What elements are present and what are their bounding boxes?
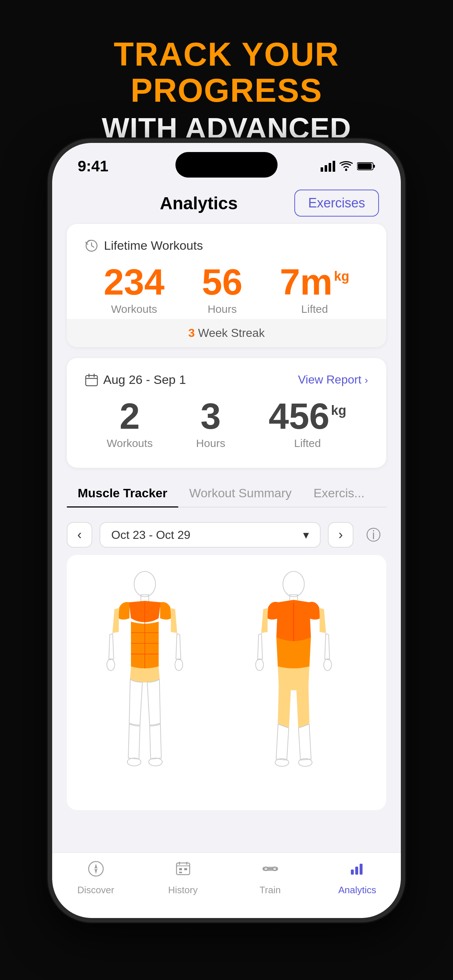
- lifted-unit: kg: [334, 269, 349, 284]
- clock-history-icon: [85, 239, 98, 252]
- lifted-label: Lifted: [280, 303, 349, 315]
- svg-point-18: [175, 659, 183, 670]
- svg-rect-44: [355, 867, 358, 875]
- svg-marker-29: [94, 864, 97, 869]
- weekly-lifted-stat: 456 kg Lifted: [269, 398, 346, 450]
- hours-value: 56: [202, 264, 242, 300]
- signal-icon: [321, 161, 335, 172]
- battery-icon: [357, 162, 375, 170]
- analytics-title: Analytics: [160, 193, 238, 213]
- svg-rect-2: [329, 163, 331, 172]
- svg-point-20: [149, 758, 162, 765]
- nav-history-label: History: [168, 885, 198, 896]
- tabs-section: Muscle Tracker Workout Summary Exercis..…: [52, 479, 401, 508]
- weekly-date: Aug 26 - Sep 1: [85, 372, 186, 387]
- lifetime-card-header: Lifetime Workouts: [85, 239, 368, 253]
- lifted-value-group: 7m kg: [280, 264, 349, 300]
- status-time: 9:41: [78, 158, 108, 175]
- nav-analytics-label: Analytics: [338, 885, 376, 896]
- svg-point-21: [283, 571, 305, 597]
- weekly-card-header: Aug 26 - Sep 1 View Report ›: [85, 372, 368, 387]
- lifetime-workouts-stat: 234 Workouts: [104, 264, 164, 315]
- svg-rect-43: [351, 870, 354, 875]
- chevron-right-icon: ›: [365, 374, 368, 386]
- lifetime-workouts-card: Lifetime Workouts 234 Workouts 56 Hours …: [67, 224, 386, 347]
- svg-rect-31: [177, 863, 190, 875]
- info-button[interactable]: ⓘ: [361, 522, 386, 547]
- next-date-button[interactable]: ›: [328, 522, 353, 547]
- weekly-workouts-value: 2: [107, 398, 152, 434]
- weekly-date-label: Aug 26 - Sep 1: [103, 372, 186, 387]
- nav-header: Analytics Exercises: [52, 179, 401, 224]
- view-report-link[interactable]: View Report ›: [298, 373, 368, 387]
- svg-rect-37: [179, 872, 182, 873]
- svg-rect-45: [360, 864, 362, 875]
- weekly-stats-row: 2 Workouts 3 Hours 456 kg Lifted: [85, 398, 368, 450]
- compass-icon: [87, 860, 105, 881]
- weekly-lifted-label: Lifted: [269, 437, 346, 450]
- body-front-svg: [86, 570, 203, 774]
- hero-line1: TRACK YOUR PROGRESS: [22, 37, 431, 109]
- bottom-nav: Discover History: [52, 853, 401, 918]
- tab-muscle-tracker[interactable]: Muscle Tracker: [67, 479, 179, 507]
- svg-point-4: [345, 169, 347, 171]
- lifetime-label: Lifetime Workouts: [104, 239, 203, 253]
- prev-date-button[interactable]: ‹: [67, 522, 92, 547]
- svg-point-19: [127, 758, 141, 765]
- weekly-card: Aug 26 - Sep 1 View Report › 2 Workouts …: [67, 358, 386, 468]
- workouts-label: Workouts: [104, 303, 164, 315]
- tab-workout-summary[interactable]: Workout Summary: [179, 479, 303, 507]
- svg-rect-36: [184, 868, 187, 870]
- week-streak-bar: 3 Week Streak: [67, 319, 386, 347]
- svg-rect-7: [358, 163, 372, 169]
- status-icons: [321, 161, 375, 172]
- tab-exercises[interactable]: Exercis...: [303, 479, 376, 507]
- weekly-lifted-group: 456 kg: [269, 398, 346, 434]
- nav-item-analytics[interactable]: Analytics: [314, 860, 401, 896]
- weekly-hours-stat: 3 Hours: [196, 398, 225, 450]
- svg-rect-1: [325, 165, 327, 172]
- nav-item-discover[interactable]: Discover: [52, 860, 139, 896]
- lifetime-lifted-stat: 7m kg Lifted: [280, 264, 349, 315]
- svg-rect-35: [179, 868, 182, 870]
- phone-frame: 9:41: [48, 138, 405, 923]
- streak-label: Week Streak: [198, 326, 265, 339]
- dynamic-island: [175, 152, 278, 178]
- tabs-row: Muscle Tracker Workout Summary Exercis..…: [67, 479, 386, 508]
- phone-screen: 9:41: [52, 143, 401, 918]
- weekly-workouts-label: Workouts: [107, 437, 152, 450]
- date-range-selector[interactable]: Oct 23 - Oct 29 ▾: [100, 522, 321, 547]
- svg-point-24: [256, 659, 263, 670]
- muscle-tracker-card: [67, 555, 386, 810]
- weekly-lifted-unit: kg: [331, 403, 346, 418]
- calendar-icon: [85, 373, 98, 387]
- date-range-row: ‹ Oct 23 - Oct 29 ▾ › ⓘ: [52, 515, 401, 555]
- svg-rect-6: [373, 165, 375, 168]
- body-figure-back: [235, 570, 367, 795]
- lifetime-stats-row: 234 Workouts 56 Hours 7m kg Lifted: [85, 264, 368, 315]
- nav-item-train[interactable]: Train: [226, 860, 314, 896]
- hours-label: Hours: [202, 303, 242, 315]
- workouts-value: 234: [104, 264, 164, 300]
- lifetime-hours-stat: 56 Hours: [202, 264, 242, 315]
- date-range-label: Oct 23 - Oct 29: [111, 528, 190, 542]
- svg-point-25: [324, 659, 332, 670]
- svg-point-10: [134, 571, 156, 597]
- weekly-hours-value: 3: [196, 398, 225, 434]
- body-figure-front: [86, 570, 218, 795]
- svg-marker-30: [94, 869, 97, 874]
- dropdown-icon: ▾: [303, 528, 309, 542]
- exercises-button[interactable]: Exercises: [294, 189, 379, 216]
- svg-point-17: [107, 659, 115, 670]
- train-icon: [262, 860, 279, 881]
- svg-rect-3: [333, 161, 335, 172]
- weekly-lifted-value: 456: [269, 398, 330, 434]
- nav-discover-label: Discover: [77, 885, 114, 896]
- weekly-hours-label: Hours: [196, 437, 225, 450]
- nav-item-history[interactable]: History: [139, 860, 226, 896]
- svg-rect-9: [86, 375, 97, 386]
- svg-rect-0: [321, 167, 323, 172]
- nav-train-label: Train: [259, 885, 281, 896]
- wifi-icon: [340, 161, 353, 171]
- body-back-svg: [235, 570, 352, 774]
